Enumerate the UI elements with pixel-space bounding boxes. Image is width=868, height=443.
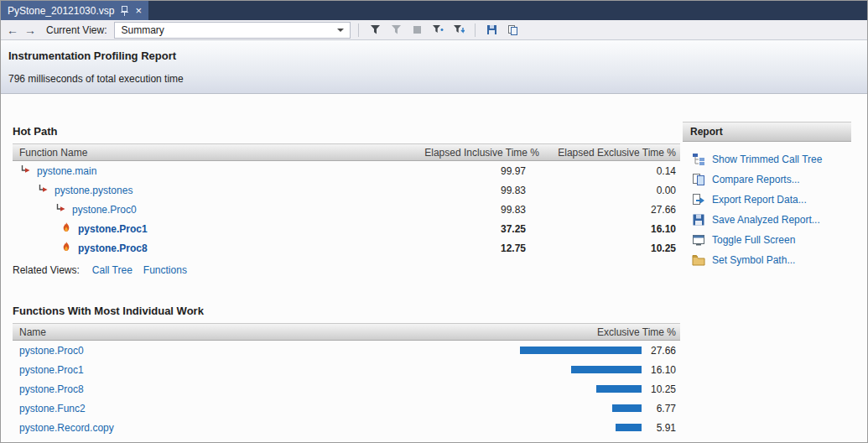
close-icon[interactable]: × [135,5,142,16]
toolbar-separator [358,23,359,37]
hot-path-row[interactable]: pystone.Proc1 37.25 16.10 [13,219,680,238]
report-summary-header: Instrumentation Profiling Report 796 mil… [1,40,867,94]
functions-most-work-title: Functions With Most Individual Work [13,305,680,317]
inclusive-value: 99.83 [390,185,546,196]
report-panel-title: Report [683,122,851,142]
exclusive-value: 10.25 [642,383,680,395]
functions-header-row: Name Exclusive Time % [13,323,680,341]
function-work-row[interactable]: pystone.Func2 6.77 [13,399,680,418]
filter-apply-icon [453,24,465,35]
exclusive-time-bar [520,347,642,354]
column-name: Name [13,326,546,338]
copy-button[interactable] [504,22,521,39]
hot-path-row[interactable]: pystone.Proc0 99.83 27.66 [13,200,680,219]
toolbar: ← → Current View: Summary [1,20,867,40]
function-work-row[interactable]: pystone.Proc8 10.25 [13,379,680,399]
report-action-export-report-data[interactable]: Export Report Data... [683,190,851,210]
view-dropdown-value: Summary [121,24,164,36]
column-function-name: Function Name [13,147,390,159]
hot-path-row[interactable]: pystone.main 99.97 0.14 [13,161,680,180]
hot-path-row[interactable]: pystone.pystones 99.83 0.00 [13,180,680,200]
report-action-compare-reports[interactable]: Compare Reports... [683,169,851,190]
toolbar-separator [475,23,476,37]
exclusive-time-bar [596,385,642,393]
report-action-label: Save Analyzed Report... [712,214,820,226]
report-action-set-symbol-path[interactable]: Set Symbol Path... [683,250,851,270]
function-link[interactable]: pystone.pystones [55,185,133,196]
exclusive-time-bar [616,424,642,431]
exclusive-value: 27.66 [642,345,680,357]
flame-icon [60,222,72,236]
exclusive-value: 0.00 [546,185,680,196]
document-tab[interactable]: PyStone_20121030.vsp × [1,1,148,20]
stop-button[interactable] [408,22,425,39]
function-link[interactable]: pystone.Proc0 [72,204,137,216]
clear-filter-button[interactable] [387,22,404,39]
related-link-call-tree[interactable]: Call Tree [92,264,133,276]
inclusive-value: 37.25 [390,223,546,235]
report-action-save-analyzed-report[interactable]: Save Analyzed Report... [683,210,851,230]
flame-icon [60,241,72,255]
save-icon [486,24,497,35]
function-link[interactable]: pystone.Func2 [19,403,86,414]
column-exclusive-time: Exclusive Time % [546,326,680,338]
report-action-toggle-full-screen[interactable]: Toggle Full Screen [683,230,851,250]
related-views-label: Related Views: [13,264,80,276]
compare-reports-icon [692,173,705,186]
function-link[interactable]: pystone.Proc8 [19,383,84,395]
filter-add-icon [432,24,444,35]
symbol-path-icon [692,253,705,267]
hot-path-row[interactable]: pystone.Proc8 12.75 10.25 [13,238,680,258]
apply-filter-button[interactable] [450,22,467,39]
exclusive-value: 0.14 [546,165,680,177]
related-views: Related Views: Call Tree Functions [13,263,680,276]
function-link[interactable]: pystone.main [37,165,96,177]
function-work-row[interactable]: pystone.Proc0 27.66 [13,341,680,360]
report-content: Hot Path Function Name Elapsed Inclusive… [1,94,867,442]
function-work-row[interactable]: pystone.Record.copy 5.91 [13,418,680,437]
inclusive-value: 99.97 [390,165,546,177]
report-panel-body: Show Trimmed Call Tree Compare Reports..… [683,142,851,270]
total-time-text: 796 milliseconds of total execution time [8,73,867,85]
exclusive-value: 6.77 [642,403,680,414]
exclusive-value: 27.66 [546,204,680,216]
tab-bar: PyStone_20121030.vsp × [1,1,867,20]
hot-path-title: Hot Path [13,125,680,138]
inclusive-value: 12.75 [390,242,546,254]
function-link[interactable]: pystone.Proc0 [19,345,84,357]
forward-button[interactable]: → [23,23,37,37]
function-link[interactable]: pystone.Proc1 [19,364,84,376]
function-link[interactable]: pystone.Proc1 [78,223,148,235]
filter-icon [370,24,381,35]
dropdown-caret-icon [337,29,344,32]
exclusive-time-bar [612,404,642,412]
profiler-window: PyStone_20121030.vsp × ← → Current View:… [0,0,868,443]
report-action-label: Export Report Data... [712,194,807,206]
hot-path-branch-icon [55,203,66,216]
exclusive-time-bar [571,366,642,373]
related-link-functions[interactable]: Functions [143,264,187,276]
full-screen-icon [692,233,705,247]
exclusive-value: 16.10 [642,364,680,376]
back-button[interactable]: ← [6,23,19,37]
save-button[interactable] [483,22,500,39]
column-inclusive-time: Elapsed Inclusive Time % [390,147,546,159]
main-column: Hot Path Function Name Elapsed Inclusive… [13,125,680,437]
copy-icon [507,24,518,35]
function-work-row[interactable]: pystone.Proc1 16.10 [13,360,680,379]
add-filter-button[interactable] [429,22,446,39]
show-filter-button[interactable] [366,22,383,39]
hot-path-branch-icon [20,164,31,178]
report-action-label: Compare Reports... [712,174,800,185]
function-link[interactable]: pystone.Record.copy [19,422,114,434]
inclusive-value: 99.83 [390,204,546,216]
stop-icon [413,25,422,34]
function-link[interactable]: pystone.Proc8 [78,242,148,254]
report-action-label: Set Symbol Path... [712,254,795,266]
filter-disabled-icon [391,24,402,35]
hot-path-branch-icon [38,184,49,197]
report-action-show-trimmed-call-tree[interactable]: Show Trimmed Call Tree [683,149,851,169]
view-dropdown[interactable]: Summary [114,22,351,39]
current-view-label: Current View: [46,24,107,36]
pin-icon[interactable] [121,6,128,16]
